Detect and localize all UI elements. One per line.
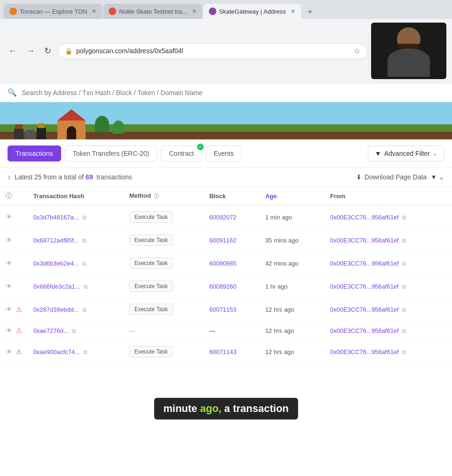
row-from-cell: 0x00E3CC76...956af61ef ⧉ — [325, 229, 452, 252]
eye-icon[interactable]: 👁 — [6, 236, 12, 244]
tab-contract[interactable]: Contract — [161, 145, 202, 161]
row-from-cell: 0x00E3CC76...956af61ef ⧉ — [325, 252, 452, 275]
tx-hash-link[interactable]: 0x666fde3c2a1... — [33, 283, 80, 290]
filter-toggle[interactable]: ▼ ⌄ — [430, 173, 444, 181]
from-link[interactable]: 0x00E3CC76...956af61ef — [330, 283, 399, 290]
eye-icon[interactable]: 👁 — [6, 259, 12, 267]
copy-icon[interactable]: ⧉ — [82, 307, 87, 313]
tab-events[interactable]: Events — [206, 145, 242, 161]
method-badge: Execute Task — [129, 234, 173, 246]
sort-icon: ↕ — [8, 173, 11, 181]
tab2-favicon — [109, 8, 116, 15]
lock-icon: 🔒 — [65, 48, 72, 55]
copy-icon[interactable]: ⧉ — [82, 237, 87, 244]
download-button[interactable]: ⬇ Download Page Data — [356, 173, 427, 181]
chevron-down-icon: ⌄ — [433, 150, 437, 157]
tx-hash-link[interactable]: 0xae7276d... — [33, 327, 69, 334]
row-age-cell: 35 mins ago — [260, 229, 325, 252]
summary-suffix: transactions — [96, 173, 132, 181]
copy-from-icon[interactable]: ⧉ — [402, 283, 406, 290]
row-from-cell: 0x00E3CC76...956af61ef ⧉ — [325, 275, 452, 298]
tx-hash-link[interactable]: 0x3d7b48167a... — [33, 214, 79, 221]
block-link[interactable]: 60090985 — [209, 260, 237, 267]
copy-from-icon[interactable]: ⧉ — [402, 328, 406, 334]
from-link[interactable]: 0x00E3CC76...956af61ef — [330, 260, 399, 267]
copy-icon[interactable]: ⧉ — [84, 283, 88, 290]
error-icon: ⚠ — [16, 327, 22, 334]
row-hash-cell: 0x3d7b48167a... ⧉ — [28, 205, 124, 229]
method-badge: Execute Task — [129, 304, 173, 315]
row-block-cell: 60071153 — [204, 298, 260, 321]
address-bar[interactable]: 🔒 polygonscan.com/address/0x5aaf04l ☆ — [58, 43, 367, 59]
tx-hash-link[interactable]: 0x68712a4f85f... — [33, 237, 79, 244]
row-block-cell: — — [204, 321, 260, 340]
tx-hash-link[interactable]: 0x287d39ebdd... — [33, 306, 79, 313]
eye-icon[interactable]: 👁 — [6, 282, 12, 290]
table-row: 👁 0x666fde3c2a1... ⧉ Execute Task 600892… — [0, 275, 452, 298]
tab3-favicon — [209, 8, 216, 15]
new-tab-button[interactable]: ＋ — [302, 4, 318, 19]
copy-from-icon[interactable]: ⧉ — [402, 307, 406, 313]
tab1-close[interactable]: ✕ — [92, 8, 96, 15]
eye-icon[interactable]: 👁 — [6, 348, 12, 355]
row-status-cell: 👁 — [0, 275, 28, 298]
copy-from-icon[interactable]: ⧉ — [402, 349, 406, 355]
from-link[interactable]: 0x00E3CC76...956af61ef — [330, 327, 399, 334]
browser-tab-1[interactable]: Tonscan — Explore TON ✕ — [4, 4, 102, 19]
from-link[interactable]: 0x00E3CC76...956af61ef — [330, 214, 399, 221]
row-block-cell: 60092072 — [204, 205, 260, 229]
from-link[interactable]: 0x00E3CC76...956af61ef — [330, 237, 399, 244]
method-badge: Execute Task — [129, 346, 173, 357]
tx-hash-link[interactable]: 0xae900acfc74... — [33, 348, 80, 355]
tab3-close[interactable]: ✕ — [291, 8, 295, 15]
forward-button[interactable]: → — [24, 44, 38, 58]
table-row: 👁 0x3d7b48167a... ⧉ Execute Task 6009207… — [0, 205, 452, 229]
copy-icon[interactable]: ⧉ — [83, 349, 87, 355]
row-method-cell: — — [124, 321, 204, 340]
row-from-cell: 0x00E3CC76...956af61ef ⧉ — [325, 321, 452, 340]
row-age-cell: 12 hrs ago — [260, 340, 325, 363]
row-method-cell: Execute Task — [124, 340, 204, 363]
block-link[interactable]: 60089260 — [209, 283, 237, 290]
tab3-label: SkateGateway | Address — [219, 8, 286, 15]
th-from: From — [325, 187, 452, 205]
advanced-filter-button[interactable]: ▼ Advanced Filter ⌄ — [368, 145, 444, 161]
copy-from-icon[interactable]: ⧉ — [402, 237, 406, 244]
copy-icon[interactable]: ⧉ — [72, 328, 76, 334]
url-text: polygonscan.com/address/0x5aaf04l — [76, 47, 350, 55]
row-from-cell: 0x00E3CC76...956af61ef ⧉ — [325, 205, 452, 229]
reload-button[interactable]: ↻ — [41, 44, 54, 58]
block-link[interactable]: 60092072 — [209, 214, 237, 221]
bookmark-button[interactable]: ☆ — [354, 47, 360, 56]
th-age[interactable]: Age — [260, 187, 325, 205]
age-text: 12 hrs ago — [265, 327, 294, 334]
row-status-cell: 👁 — [0, 229, 28, 252]
copy-from-icon[interactable]: ⧉ — [402, 214, 406, 221]
from-link[interactable]: 0x00E3CC76...956af61ef — [330, 306, 399, 313]
eye-icon[interactable]: 👁 — [6, 213, 12, 221]
block-link[interactable]: 60071153 — [209, 306, 237, 313]
copy-icon[interactable]: ⧉ — [82, 260, 87, 267]
copy-from-icon[interactable]: ⧉ — [402, 260, 406, 267]
tab-transactions[interactable]: Transactions — [8, 145, 61, 161]
tab-token-transfers[interactable]: Token Transfers (ERC-20) — [65, 145, 158, 161]
browser-tab-3[interactable]: SkateGateway | Address ✕ — [203, 4, 301, 19]
browser-tab-2[interactable]: Nollie Skate Testnet tra... ✕ — [103, 4, 202, 19]
from-link[interactable]: 0x00E3CC76...956af61ef — [330, 348, 399, 355]
method-badge: Execute Task — [129, 281, 173, 292]
block-link[interactable]: 60091162 — [209, 237, 237, 244]
row-age-cell: 12 hrs ago — [260, 321, 325, 340]
tab2-close[interactable]: ✕ — [192, 8, 197, 15]
total-transactions-link[interactable]: 69 — [86, 173, 93, 181]
tx-hash-link[interactable]: 0x3d6b3eb2e4... — [33, 260, 79, 267]
summary-prefix: Latest 25 from a total of — [15, 173, 84, 181]
search-input[interactable] — [22, 89, 444, 97]
copy-icon[interactable]: ⧉ — [82, 214, 87, 221]
back-button[interactable]: ← — [6, 44, 20, 58]
row-block-cell: 60089260 — [204, 275, 260, 298]
download-label: Download Page Data — [365, 173, 427, 181]
eye-icon[interactable]: 👁 — [6, 306, 12, 313]
eye-icon[interactable]: 👁 — [6, 327, 12, 334]
row-status-cell: 👁 — [0, 252, 28, 275]
block-link[interactable]: 60071143 — [209, 348, 237, 355]
